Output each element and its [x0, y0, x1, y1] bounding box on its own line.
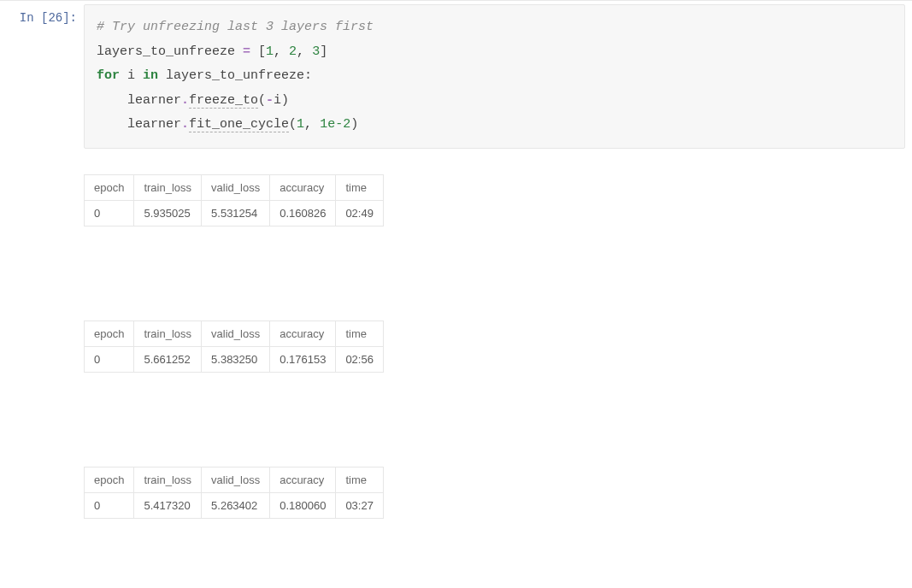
code-number: 1: [266, 44, 274, 59]
code-text: i): [274, 93, 289, 108]
code-operator: =: [243, 44, 250, 59]
table-header-row: epoch train_loss valid_loss accuracy tim…: [85, 174, 384, 200]
col-valid-loss: valid_loss: [202, 467, 270, 492]
col-train-loss: train_loss: [134, 320, 202, 346]
col-accuracy: accuracy: [270, 320, 336, 346]
col-epoch: epoch: [85, 467, 134, 492]
code-operator: -: [266, 93, 274, 108]
prompt-label: In [26]:: [20, 11, 77, 25]
output-table-block: epoch train_loss valid_loss accuracy tim…: [84, 174, 905, 226]
code-number: 2: [289, 44, 297, 59]
code-number: 1: [297, 117, 304, 132]
cell-body: # Try unfreezing last 3 layers first lay…: [84, 4, 912, 529]
cell-time: 03:27: [336, 492, 384, 518]
code-number: 1e-2: [320, 117, 350, 132]
cell-train-loss: 5.417320: [134, 492, 202, 518]
col-train-loss: train_loss: [134, 174, 202, 200]
cell-accuracy: 0.160826: [270, 200, 336, 226]
code-text: layers_to_unfreeze:: [158, 68, 312, 83]
code-text: learner: [97, 93, 181, 108]
col-valid-loss: valid_loss: [202, 174, 270, 200]
training-result-table: epoch train_loss valid_loss accuracy tim…: [84, 174, 384, 226]
code-text: ,: [304, 117, 320, 132]
code-text: ,: [297, 44, 312, 59]
cell-time: 02:56: [336, 346, 384, 372]
training-result-table: epoch train_loss valid_loss accuracy tim…: [84, 320, 384, 373]
cell-valid-loss: 5.383250: [202, 346, 270, 372]
code-comment: # Try unfreezing last 3 layers first: [97, 20, 374, 34]
code-text: layers_to_unfreeze: [97, 44, 243, 59]
code-keyword: in: [143, 68, 158, 83]
cell-train-loss: 5.935025: [134, 200, 202, 226]
code-number: 3: [312, 44, 320, 59]
table-row: 0 5.417320 5.263402 0.180060 03:27: [85, 492, 384, 518]
col-time: time: [336, 174, 384, 200]
cell-epoch: 0: [85, 346, 134, 372]
code-text: [: [250, 44, 266, 59]
col-train-loss: train_loss: [134, 467, 202, 492]
cell-time: 02:49: [336, 200, 384, 226]
col-valid-loss: valid_loss: [202, 320, 270, 346]
col-accuracy: accuracy: [270, 174, 336, 200]
cell-valid-loss: 5.263402: [202, 492, 270, 518]
table-header-row: epoch train_loss valid_loss accuracy tim…: [85, 467, 384, 492]
code-keyword: for: [97, 68, 120, 83]
code-text: ]: [320, 44, 327, 59]
cell-epoch: 0: [85, 200, 134, 226]
notebook-cell: In [26]: # Try unfreezing last 3 layers …: [0, 0, 912, 529]
code-text: (: [289, 117, 297, 132]
code-input[interactable]: # Try unfreezing last 3 layers first lay…: [84, 4, 905, 149]
table-row: 0 5.935025 5.531254 0.160826 02:49: [85, 200, 384, 226]
col-time: time: [336, 320, 384, 346]
training-result-table: epoch train_loss valid_loss accuracy tim…: [84, 467, 384, 519]
output-table-block: epoch train_loss valid_loss accuracy tim…: [84, 467, 905, 519]
output-table-block: epoch train_loss valid_loss accuracy tim…: [84, 320, 905, 373]
col-epoch: epoch: [85, 174, 134, 200]
col-accuracy: accuracy: [270, 467, 336, 492]
cell-train-loss: 5.661252: [134, 346, 202, 372]
code-method: freeze_to: [189, 93, 258, 109]
cell-valid-loss: 5.531254: [202, 200, 270, 226]
output-area: epoch train_loss valid_loss accuracy tim…: [84, 149, 905, 529]
code-text: ,: [274, 44, 289, 59]
code-text: ): [350, 117, 358, 132]
cell-accuracy: 0.180060: [270, 492, 336, 518]
col-epoch: epoch: [85, 320, 134, 346]
table-row: 0 5.661252 5.383250 0.176153 02:56: [85, 346, 384, 372]
code-text: learner: [97, 117, 181, 132]
input-prompt: In [26]:: [0, 4, 84, 529]
code-text: (: [258, 93, 266, 108]
code-dot: .: [181, 93, 189, 108]
col-time: time: [336, 467, 384, 492]
cell-epoch: 0: [85, 492, 134, 518]
code-method: fit_one_cycle: [189, 117, 289, 132]
code-dot: .: [181, 117, 189, 132]
table-header-row: epoch train_loss valid_loss accuracy tim…: [85, 320, 384, 346]
cell-accuracy: 0.176153: [270, 346, 336, 372]
code-text: i: [120, 68, 143, 83]
